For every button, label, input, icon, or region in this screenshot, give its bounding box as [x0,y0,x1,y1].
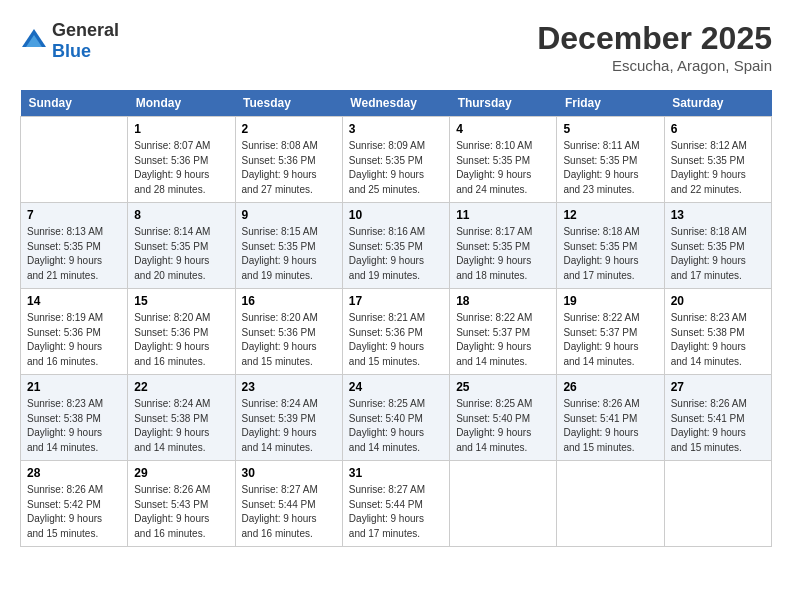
day-number: 6 [671,122,765,136]
logo-text-blue: Blue [52,41,91,61]
day-number: 10 [349,208,443,222]
calendar-cell: 27 Sunrise: 8:26 AMSunset: 5:41 PMDaylig… [664,375,771,461]
calendar-cell: 29 Sunrise: 8:26 AMSunset: 5:43 PMDaylig… [128,461,235,547]
day-info: Sunrise: 8:23 AMSunset: 5:38 PMDaylight:… [671,311,765,369]
logo-icon [20,27,48,55]
day-number: 2 [242,122,336,136]
day-info: Sunrise: 8:20 AMSunset: 5:36 PMDaylight:… [242,311,336,369]
calendar-cell [450,461,557,547]
calendar-cell: 23 Sunrise: 8:24 AMSunset: 5:39 PMDaylig… [235,375,342,461]
calendar-cell: 14 Sunrise: 8:19 AMSunset: 5:36 PMDaylig… [21,289,128,375]
calendar-cell: 11 Sunrise: 8:17 AMSunset: 5:35 PMDaylig… [450,203,557,289]
day-header-saturday: Saturday [664,90,771,117]
day-number: 12 [563,208,657,222]
day-number: 21 [27,380,121,394]
day-header-monday: Monday [128,90,235,117]
logo: General Blue [20,20,119,62]
day-number: 27 [671,380,765,394]
day-number: 7 [27,208,121,222]
day-info: Sunrise: 8:26 AMSunset: 5:42 PMDaylight:… [27,483,121,541]
calendar-cell: 6 Sunrise: 8:12 AMSunset: 5:35 PMDayligh… [664,117,771,203]
calendar-cell: 26 Sunrise: 8:26 AMSunset: 5:41 PMDaylig… [557,375,664,461]
day-header-wednesday: Wednesday [342,90,449,117]
day-number: 14 [27,294,121,308]
calendar-header-row: SundayMondayTuesdayWednesdayThursdayFrid… [21,90,772,117]
calendar-cell [557,461,664,547]
day-number: 24 [349,380,443,394]
location: Escucha, Aragon, Spain [537,57,772,74]
calendar-cell: 5 Sunrise: 8:11 AMSunset: 5:35 PMDayligh… [557,117,664,203]
calendar-table: SundayMondayTuesdayWednesdayThursdayFrid… [20,90,772,547]
day-number: 9 [242,208,336,222]
calendar-cell: 10 Sunrise: 8:16 AMSunset: 5:35 PMDaylig… [342,203,449,289]
calendar-cell: 18 Sunrise: 8:22 AMSunset: 5:37 PMDaylig… [450,289,557,375]
day-number: 22 [134,380,228,394]
day-header-friday: Friday [557,90,664,117]
day-info: Sunrise: 8:26 AMSunset: 5:41 PMDaylight:… [563,397,657,455]
calendar-cell: 8 Sunrise: 8:14 AMSunset: 5:35 PMDayligh… [128,203,235,289]
day-info: Sunrise: 8:11 AMSunset: 5:35 PMDaylight:… [563,139,657,197]
day-number: 28 [27,466,121,480]
day-header-thursday: Thursday [450,90,557,117]
day-info: Sunrise: 8:23 AMSunset: 5:38 PMDaylight:… [27,397,121,455]
day-number: 15 [134,294,228,308]
day-number: 1 [134,122,228,136]
day-info: Sunrise: 8:22 AMSunset: 5:37 PMDaylight:… [456,311,550,369]
calendar-cell: 20 Sunrise: 8:23 AMSunset: 5:38 PMDaylig… [664,289,771,375]
calendar-cell: 30 Sunrise: 8:27 AMSunset: 5:44 PMDaylig… [235,461,342,547]
calendar-cell: 24 Sunrise: 8:25 AMSunset: 5:40 PMDaylig… [342,375,449,461]
day-number: 18 [456,294,550,308]
day-info: Sunrise: 8:10 AMSunset: 5:35 PMDaylight:… [456,139,550,197]
day-number: 16 [242,294,336,308]
day-header-tuesday: Tuesday [235,90,342,117]
day-number: 23 [242,380,336,394]
day-number: 8 [134,208,228,222]
day-number: 4 [456,122,550,136]
day-info: Sunrise: 8:07 AMSunset: 5:36 PMDaylight:… [134,139,228,197]
logo-text-general: General [52,20,119,40]
calendar-week-row: 1 Sunrise: 8:07 AMSunset: 5:36 PMDayligh… [21,117,772,203]
calendar-cell: 19 Sunrise: 8:22 AMSunset: 5:37 PMDaylig… [557,289,664,375]
day-info: Sunrise: 8:17 AMSunset: 5:35 PMDaylight:… [456,225,550,283]
day-info: Sunrise: 8:26 AMSunset: 5:43 PMDaylight:… [134,483,228,541]
day-number: 31 [349,466,443,480]
page-header: General Blue December 2025 Escucha, Arag… [20,20,772,74]
calendar-week-row: 14 Sunrise: 8:19 AMSunset: 5:36 PMDaylig… [21,289,772,375]
calendar-cell: 12 Sunrise: 8:18 AMSunset: 5:35 PMDaylig… [557,203,664,289]
calendar-cell: 22 Sunrise: 8:24 AMSunset: 5:38 PMDaylig… [128,375,235,461]
calendar-cell [21,117,128,203]
calendar-cell: 17 Sunrise: 8:21 AMSunset: 5:36 PMDaylig… [342,289,449,375]
calendar-cell: 9 Sunrise: 8:15 AMSunset: 5:35 PMDayligh… [235,203,342,289]
day-number: 3 [349,122,443,136]
calendar-cell: 16 Sunrise: 8:20 AMSunset: 5:36 PMDaylig… [235,289,342,375]
day-info: Sunrise: 8:21 AMSunset: 5:36 PMDaylight:… [349,311,443,369]
calendar-week-row: 7 Sunrise: 8:13 AMSunset: 5:35 PMDayligh… [21,203,772,289]
calendar-cell: 15 Sunrise: 8:20 AMSunset: 5:36 PMDaylig… [128,289,235,375]
day-number: 25 [456,380,550,394]
day-info: Sunrise: 8:09 AMSunset: 5:35 PMDaylight:… [349,139,443,197]
calendar-week-row: 28 Sunrise: 8:26 AMSunset: 5:42 PMDaylig… [21,461,772,547]
day-info: Sunrise: 8:22 AMSunset: 5:37 PMDaylight:… [563,311,657,369]
day-number: 13 [671,208,765,222]
day-number: 29 [134,466,228,480]
calendar-cell: 1 Sunrise: 8:07 AMSunset: 5:36 PMDayligh… [128,117,235,203]
day-number: 17 [349,294,443,308]
day-header-sunday: Sunday [21,90,128,117]
calendar-cell: 31 Sunrise: 8:27 AMSunset: 5:44 PMDaylig… [342,461,449,547]
day-info: Sunrise: 8:12 AMSunset: 5:35 PMDaylight:… [671,139,765,197]
day-info: Sunrise: 8:20 AMSunset: 5:36 PMDaylight:… [134,311,228,369]
day-number: 26 [563,380,657,394]
calendar-cell: 3 Sunrise: 8:09 AMSunset: 5:35 PMDayligh… [342,117,449,203]
day-number: 11 [456,208,550,222]
day-info: Sunrise: 8:24 AMSunset: 5:39 PMDaylight:… [242,397,336,455]
calendar-cell: 13 Sunrise: 8:18 AMSunset: 5:35 PMDaylig… [664,203,771,289]
day-info: Sunrise: 8:16 AMSunset: 5:35 PMDaylight:… [349,225,443,283]
day-info: Sunrise: 8:27 AMSunset: 5:44 PMDaylight:… [349,483,443,541]
calendar-cell: 28 Sunrise: 8:26 AMSunset: 5:42 PMDaylig… [21,461,128,547]
day-info: Sunrise: 8:18 AMSunset: 5:35 PMDaylight:… [563,225,657,283]
day-number: 30 [242,466,336,480]
day-info: Sunrise: 8:24 AMSunset: 5:38 PMDaylight:… [134,397,228,455]
calendar-cell: 7 Sunrise: 8:13 AMSunset: 5:35 PMDayligh… [21,203,128,289]
calendar-cell: 2 Sunrise: 8:08 AMSunset: 5:36 PMDayligh… [235,117,342,203]
title-block: December 2025 Escucha, Aragon, Spain [537,20,772,74]
